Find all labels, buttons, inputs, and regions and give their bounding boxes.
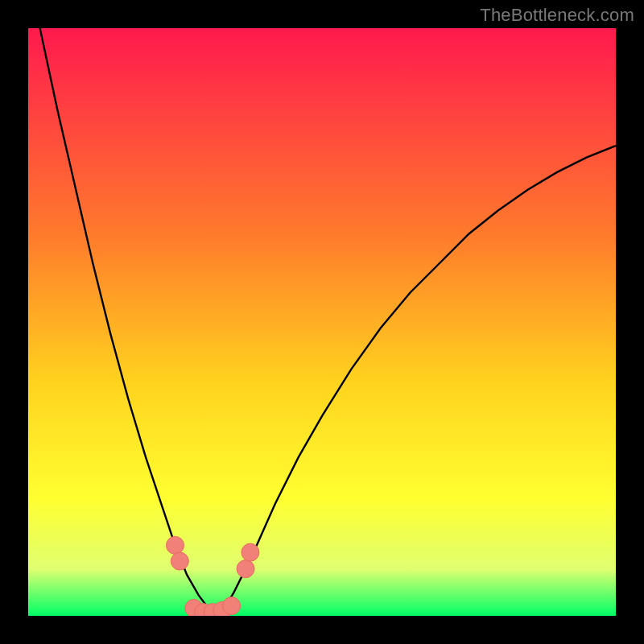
plot-svg — [28, 28, 616, 616]
data-marker — [167, 536, 184, 554]
data-marker — [242, 543, 259, 561]
watermark-text: TheBottleneck.com — [480, 5, 634, 26]
data-marker — [223, 597, 241, 615]
data-marker — [237, 560, 254, 578]
gradient-background — [28, 28, 616, 616]
plot-area — [28, 28, 616, 616]
data-marker — [171, 552, 188, 570]
chart-frame: TheBottleneck.com — [0, 0, 644, 644]
